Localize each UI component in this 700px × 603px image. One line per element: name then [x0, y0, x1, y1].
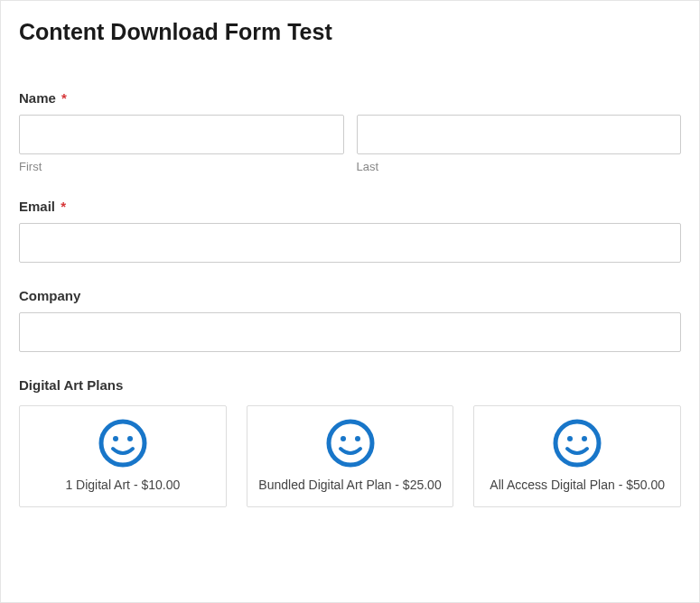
svg-point-8: [582, 436, 587, 441]
last-name-input[interactable]: [357, 115, 682, 154]
name-label: Name *: [19, 90, 681, 106]
plan-card-2[interactable]: Bundled Digital Art Plan - $25.00: [247, 405, 454, 507]
company-label: Company: [19, 288, 681, 303]
plan-card-1[interactable]: 1 Digital Art - $10.00: [19, 405, 227, 507]
email-field: Email *: [19, 199, 681, 263]
plan-label-1: 1 Digital Art - $10.00: [29, 477, 217, 494]
required-asterisk: *: [61, 90, 67, 106]
svg-point-0: [101, 422, 145, 465]
name-label-text: Name: [19, 90, 56, 106]
plans-label: Digital Art Plans: [19, 377, 681, 393]
svg-point-3: [329, 422, 372, 465]
company-field: Company: [19, 288, 681, 352]
page-title: Content Download Form Test: [19, 19, 681, 45]
first-name-sublabel: First: [19, 160, 344, 173]
smiley-icon: [257, 417, 444, 469]
svg-point-6: [555, 422, 599, 465]
company-input[interactable]: [19, 312, 681, 352]
plans-section: Digital Art Plans 1 Digital Art - $10.00: [19, 377, 681, 507]
name-field: Name * First Last: [19, 90, 681, 173]
first-name-input[interactable]: [19, 115, 344, 154]
email-input[interactable]: [19, 223, 681, 263]
plan-card-3[interactable]: All Access Digital Plan - $50.00: [473, 405, 681, 507]
svg-point-5: [355, 436, 360, 441]
plan-label-3: All Access Digital Plan - $50.00: [483, 477, 671, 494]
svg-point-1: [113, 436, 118, 441]
svg-point-7: [567, 436, 573, 441]
email-label-text: Email: [19, 199, 55, 214]
svg-point-2: [127, 436, 133, 441]
smiley-icon: [483, 417, 671, 469]
plan-label-2: Bundled Digital Art Plan - $25.00: [257, 477, 444, 494]
required-asterisk: *: [61, 199, 66, 214]
last-name-sublabel: Last: [357, 160, 682, 173]
email-label: Email *: [19, 199, 681, 214]
smiley-icon: [29, 417, 217, 469]
svg-point-4: [341, 436, 346, 441]
